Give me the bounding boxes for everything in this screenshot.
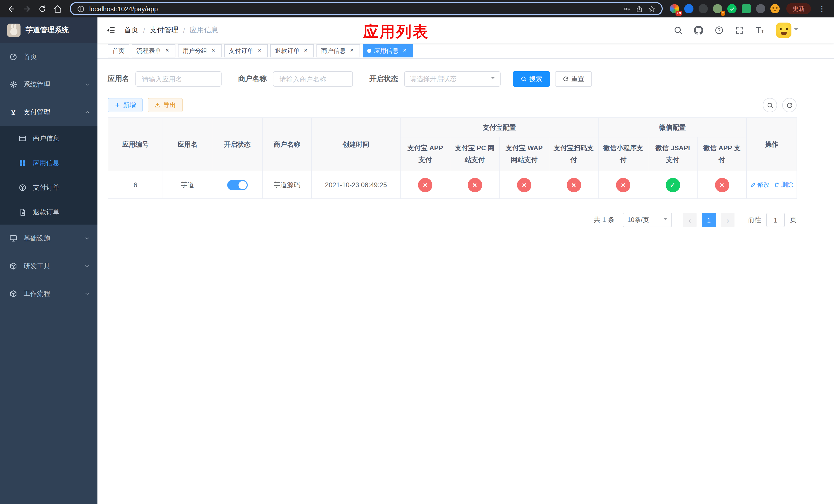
search-button[interactable]: 搜索 xyxy=(513,71,550,87)
delete-button[interactable]: 删除 xyxy=(774,181,793,189)
browser-update-button[interactable]: 更新 xyxy=(786,3,811,14)
app-name-label: 应用名 xyxy=(108,74,129,84)
add-button[interactable]: 新增 xyxy=(108,98,142,112)
extension-icon[interactable] xyxy=(684,4,694,13)
cell-wx-app: × xyxy=(697,171,747,199)
share-icon[interactable] xyxy=(636,5,643,13)
tab-user-group[interactable]: 用户分组 × xyxy=(178,44,222,58)
sidebar-item-refund-orders[interactable]: 退款订单 xyxy=(0,200,97,225)
tab-process-form[interactable]: 流程表单 × xyxy=(132,44,175,58)
tab-app-info[interactable]: 应用信息 × xyxy=(363,44,413,58)
tab-label: 应用信息 xyxy=(374,46,398,55)
next-page-button[interactable]: › xyxy=(721,213,734,227)
page-number-button[interactable]: 1 xyxy=(702,213,716,227)
document-icon xyxy=(19,208,27,216)
sidebar-item-pay-orders[interactable]: 支付订单 xyxy=(0,175,97,200)
edit-button[interactable]: 修改 xyxy=(750,181,770,189)
reset-button[interactable]: 重置 xyxy=(555,71,592,87)
extension-icon[interactable]: 1 xyxy=(713,4,722,13)
reload-button[interactable] xyxy=(35,2,49,16)
sidebar-item-payment[interactable]: ¥ 支付管理 xyxy=(0,98,97,126)
cell-app-id: 6 xyxy=(108,171,163,199)
sidebar-toggle-icon[interactable] xyxy=(106,25,116,36)
tab-home[interactable]: 首页 xyxy=(108,44,129,58)
cell-alipay-wap: × xyxy=(499,171,549,199)
status-indicator: ✓ xyxy=(665,178,680,192)
edit-button-label: 修改 xyxy=(757,181,770,189)
header-search-icon[interactable] xyxy=(674,26,683,35)
toggle-search-button[interactable] xyxy=(763,98,777,112)
password-key-icon[interactable] xyxy=(623,5,631,13)
profile-avatar[interactable] xyxy=(770,4,780,13)
tab-refund-orders[interactable]: 退款订单 × xyxy=(270,44,314,58)
sidebar-item-system[interactable]: 系统管理 xyxy=(0,71,97,98)
font-size-icon[interactable]: TT xyxy=(755,26,765,35)
extension-icon[interactable] xyxy=(756,4,765,13)
goto-page-input[interactable] xyxy=(766,213,785,227)
user-avatar[interactable] xyxy=(776,23,798,38)
merchant-name-input[interactable] xyxy=(273,71,353,87)
grid-icon xyxy=(19,159,27,167)
credit-card-icon xyxy=(19,134,27,142)
header-actions: TT xyxy=(674,23,798,38)
export-button[interactable]: 导出 xyxy=(148,98,182,112)
status-indicator: × xyxy=(715,178,729,192)
refresh-table-button[interactable] xyxy=(782,98,796,112)
close-icon[interactable]: × xyxy=(163,47,171,54)
prev-page-button[interactable]: ‹ xyxy=(683,213,697,227)
back-button[interactable] xyxy=(4,2,19,16)
tab-merchant-info[interactable]: 商户信息 × xyxy=(316,44,360,58)
url-bar[interactable]: localhost:1024/pay/app xyxy=(70,2,663,15)
page-header: 首页 / 支付管理 / 应用信息 xyxy=(97,18,834,43)
box-icon xyxy=(9,290,18,298)
sidebar-item-app-info[interactable]: 应用信息 xyxy=(0,151,97,175)
close-icon[interactable]: × xyxy=(256,47,263,54)
extension-icon[interactable] xyxy=(699,4,708,13)
col-app-id: 应用编号 xyxy=(108,118,163,171)
yen-icon: ¥ xyxy=(9,108,18,116)
pay-order-icon xyxy=(19,184,27,192)
tab-pay-orders[interactable]: 支付订单 × xyxy=(224,44,268,58)
page-size-select[interactable]: 10条/页 xyxy=(623,213,672,227)
breadcrumb-payment[interactable]: 支付管理 xyxy=(150,26,178,35)
col-alipay-wap: 支付宝 WAP 网站支付 xyxy=(499,137,549,171)
breadcrumb-separator: / xyxy=(143,26,145,35)
col-actions: 操作 xyxy=(747,118,797,171)
cell-alipay-pc: × xyxy=(450,171,499,199)
close-icon[interactable]: × xyxy=(401,47,408,54)
status-toggle[interactable] xyxy=(227,180,247,190)
sidebar-item-label: 系统管理 xyxy=(24,80,50,89)
tab-label: 用户分组 xyxy=(182,46,207,55)
extension-icon[interactable]: 10 xyxy=(670,4,679,13)
extension-icon[interactable] xyxy=(742,4,751,13)
close-icon[interactable]: × xyxy=(348,47,355,54)
sidebar-item-merchant-info[interactable]: 商户信息 xyxy=(0,126,97,151)
sidebar-item-dev-tools[interactable]: 研发工具 xyxy=(0,252,97,280)
bookmark-star-icon[interactable] xyxy=(648,5,656,13)
site-info-icon[interactable] xyxy=(77,5,85,13)
fullscreen-icon[interactable] xyxy=(735,26,744,35)
export-button-label: 导出 xyxy=(163,101,176,110)
help-icon[interactable] xyxy=(715,26,724,35)
home-button[interactable] xyxy=(50,2,65,16)
url-text[interactable]: localhost:1024/pay/app xyxy=(89,5,619,13)
col-status: 开启状态 xyxy=(212,118,262,171)
browser-menu-icon[interactable]: ⋮ xyxy=(816,4,828,13)
col-alipay-qr: 支付宝扫码支付 xyxy=(549,137,598,171)
app-name-input[interactable] xyxy=(135,71,222,87)
tab-label: 首页 xyxy=(112,46,125,55)
close-icon[interactable]: × xyxy=(302,47,309,54)
github-icon[interactable] xyxy=(694,26,703,35)
extension-icon[interactable] xyxy=(727,4,737,13)
status-select[interactable]: 请选择开启状态 xyxy=(404,71,501,87)
sidebar-item-workflow[interactable]: 工作流程 xyxy=(0,280,97,307)
status-indicator: × xyxy=(467,178,482,192)
sidebar-item-infrastructure[interactable]: 基础设施 xyxy=(0,225,97,252)
status-label: 开启状态 xyxy=(369,74,398,84)
chevron-down-icon xyxy=(84,263,90,269)
forward-button[interactable] xyxy=(20,2,34,16)
avatar-image xyxy=(776,23,791,38)
close-icon[interactable]: × xyxy=(210,47,217,54)
breadcrumb-home[interactable]: 首页 xyxy=(124,26,138,35)
sidebar-item-home[interactable]: 首页 xyxy=(0,43,97,71)
